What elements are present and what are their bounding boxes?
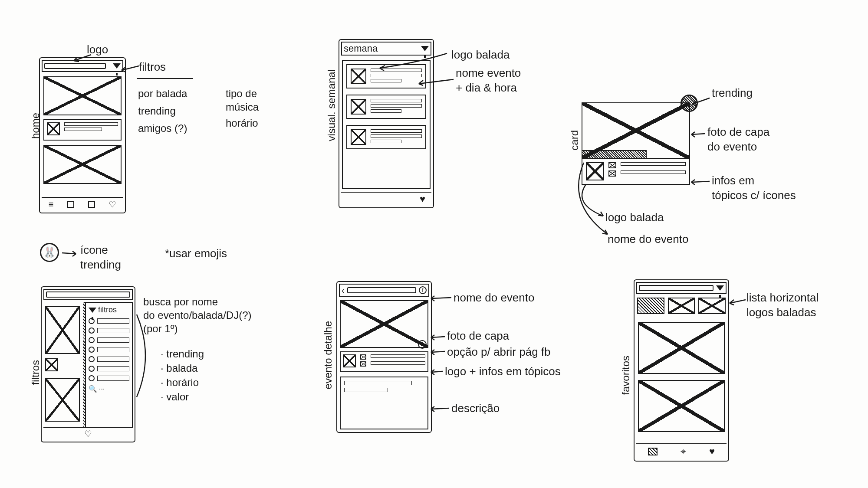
arrow — [430, 294, 454, 302]
filters-panel[interactable]: filtros 🔍··· — [85, 302, 133, 428]
fb-icon[interactable]: f — [419, 286, 427, 294]
note-f-horario: · horário — [161, 376, 199, 389]
wireframe-evento-detalhe: ‹ f f — [336, 281, 432, 433]
heart-icon[interactable]: ♥ — [709, 446, 715, 457]
back-icon[interactable]: ‹ — [342, 285, 345, 295]
overlay-strip — [582, 150, 647, 159]
cover-photo — [340, 300, 428, 348]
arrow — [690, 95, 714, 108]
heart-icon[interactable]: ♥ — [420, 193, 425, 205]
radio-icon[interactable] — [89, 356, 95, 362]
heart-icon[interactable]: ♡ — [108, 199, 116, 210]
note-f-balada: · balada — [161, 361, 197, 375]
note-trending-card: trending — [712, 86, 753, 101]
label-card: card — [569, 130, 581, 151]
filter-icon — [89, 308, 96, 313]
bg-card-image — [45, 306, 80, 354]
arrow — [728, 297, 748, 306]
arrow — [573, 160, 612, 239]
radio-icon[interactable] — [89, 328, 95, 334]
note-usar-emojis: *usar emojis — [165, 246, 227, 261]
label-filtros: filtros — [30, 360, 42, 385]
filters-title: filtros — [98, 305, 117, 314]
note-busca-nome: busca por nome do evento/balada/DJ(?) (p… — [143, 295, 252, 336]
horizontal-logos-row[interactable] — [637, 298, 726, 316]
radio-icon[interactable] — [89, 347, 95, 353]
description-block — [340, 377, 428, 429]
thumb-icon — [47, 122, 60, 135]
arrow — [430, 405, 451, 413]
event-list-item[interactable] — [346, 125, 426, 149]
event-list-item[interactable] — [346, 95, 426, 119]
arrow — [430, 368, 445, 376]
event-logo-icon — [351, 99, 366, 115]
venue-logo-thumb[interactable] — [637, 298, 664, 314]
note-por-balada: por balada — [138, 87, 187, 100]
label-favoritos: favoritos — [620, 356, 632, 395]
logo-slot — [46, 291, 130, 298]
arrow — [690, 130, 707, 139]
event-logo-icon — [343, 354, 356, 367]
arrow — [378, 50, 451, 72]
radio-icon[interactable] — [89, 375, 95, 381]
event-card-image[interactable] — [43, 76, 122, 115]
nav-square-icon[interactable] — [648, 448, 658, 455]
tab-semana[interactable]: semana — [344, 43, 378, 54]
event-card-image[interactable] — [43, 145, 122, 184]
arrow — [690, 178, 712, 187]
note-nome-evento-dia: nome evento + dia & hora — [456, 66, 521, 95]
note-descricao: descrição — [451, 401, 500, 416]
note-logo-balada2: logo balada — [605, 210, 664, 225]
note-tipo-musica: tipo de música — [226, 87, 259, 114]
search-icon[interactable]: 🔍 — [89, 385, 97, 393]
bg-thumb — [45, 358, 58, 371]
note-opcao-fb: opção p/ abrir pág fb — [447, 345, 551, 360]
arrow — [417, 76, 458, 89]
nav-square-icon[interactable] — [88, 201, 95, 208]
heart-icon[interactable]: ♡ — [84, 429, 92, 439]
note-lista-horizontal: lista horizontal logos baladas — [746, 291, 819, 320]
bg-card-image — [45, 378, 80, 422]
nav-square-icon[interactable] — [67, 201, 74, 208]
label-visual-semanal: visual. semanal — [326, 69, 338, 141]
note-horario: horário — [226, 116, 258, 130]
arrow — [61, 249, 78, 258]
note-logo-infos: logo + infos em tópicos — [445, 364, 561, 379]
note-nome-evento: nome do evento — [608, 232, 688, 247]
note-infos-topicos: infos em tópicos c/ ícones — [712, 174, 796, 203]
info-icon — [360, 361, 366, 367]
arrow — [72, 51, 98, 64]
venue-logo-thumb[interactable] — [668, 298, 695, 314]
venue-logo-thumb[interactable] — [698, 298, 726, 314]
note-icone-trending: ícone trending — [80, 243, 121, 272]
card-lines — [64, 122, 118, 131]
note-amigos: amigos (?) — [138, 121, 187, 135]
note-logo-balada: logo balada — [451, 48, 510, 62]
arrow — [430, 333, 447, 341]
filter-icon[interactable] — [716, 285, 724, 291]
radio-icon[interactable] — [89, 337, 95, 343]
event-logo-icon — [351, 69, 366, 84]
favorite-card[interactable] — [638, 322, 725, 374]
menu-icon[interactable]: ≡ — [49, 200, 54, 210]
divider — [137, 78, 193, 79]
note-filtros: filtros — [139, 60, 166, 75]
trending-icon-sample: 🐰 — [40, 243, 59, 262]
label-evento-detalhe: evento detalhe — [322, 321, 334, 389]
favorite-card[interactable] — [638, 380, 725, 432]
info-icon — [360, 354, 366, 360]
note-foto-capa: foto de capa — [447, 329, 509, 344]
arrow — [119, 64, 141, 75]
title-slot — [347, 287, 416, 293]
event-card-row[interactable] — [43, 119, 122, 141]
note-foto-capa-evento: foto de capa do evento — [707, 125, 769, 154]
arrow — [430, 348, 447, 356]
wireframe-favoritos: ⌖ ♥ — [634, 279, 729, 462]
location-pin-icon[interactable]: ⌖ — [681, 446, 686, 457]
note-trending: trending — [138, 104, 176, 118]
note-f-valor: · valor — [161, 390, 189, 403]
note-nome-evento2: nome do evento — [454, 291, 534, 305]
radio-icon[interactable] — [89, 366, 95, 372]
fb-open-icon[interactable]: f — [418, 340, 427, 349]
info-topics-row — [340, 351, 428, 372]
